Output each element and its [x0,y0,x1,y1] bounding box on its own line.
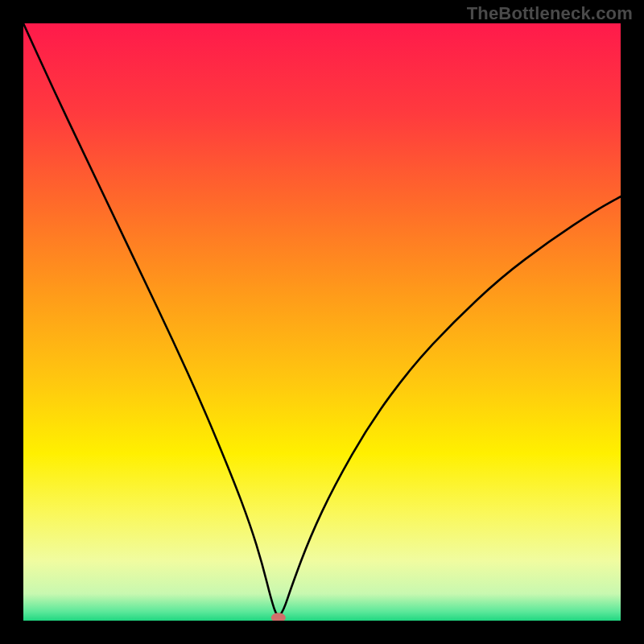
watermark-text: TheBottleneck.com [467,3,633,24]
chart-frame: TheBottleneck.com [0,0,644,644]
chart-svg [23,23,621,621]
gradient-background [23,23,621,621]
plot-area [23,23,621,621]
